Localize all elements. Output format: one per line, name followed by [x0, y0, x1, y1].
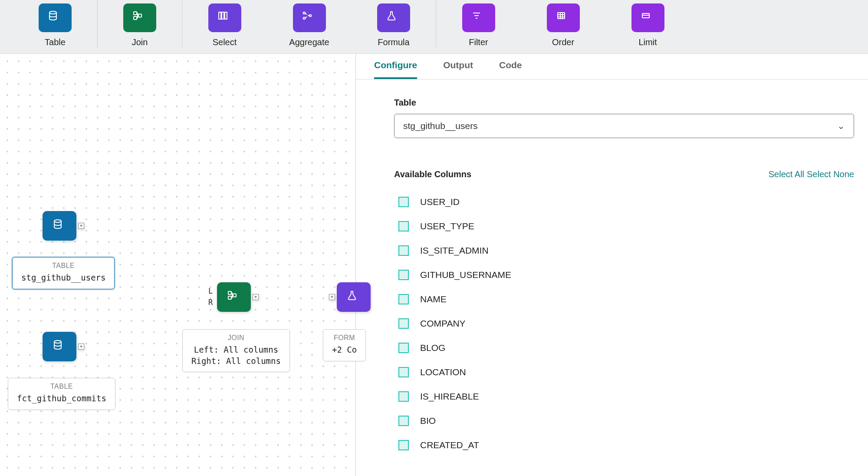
tool-label: Aggregate: [289, 37, 329, 47]
tab-output[interactable]: Output: [443, 60, 473, 79]
column-checkbox[interactable]: [398, 416, 409, 426]
table-field-label: Table: [394, 98, 868, 108]
tool-label: Join: [132, 37, 148, 47]
column-row[interactable]: CREATED_AT: [394, 433, 868, 457]
tool-join[interactable]: Join: [98, 0, 182, 47]
flask-icon: [377, 3, 410, 32]
column-name: GITHUB_USERNAME: [420, 270, 511, 280]
column-row[interactable]: IS_HIREABLE: [394, 384, 868, 409]
tool-formula[interactable]: Formula: [352, 0, 436, 47]
column-name: LOCATION: [420, 367, 466, 377]
port-out[interactable]: +: [78, 223, 84, 229]
node-join-box[interactable]: JOIN Left: All columns Right: All column…: [182, 321, 290, 372]
column-checkbox[interactable]: [398, 318, 409, 329]
tool-order[interactable]: Order: [521, 0, 605, 47]
tool-limit[interactable]: Limit: [605, 0, 690, 47]
node-body: +2 Co: [332, 344, 357, 356]
column-row[interactable]: COMPANY: [394, 311, 868, 336]
join-icon: [123, 3, 156, 32]
node-formula-box[interactable]: FORM +2 Co: [323, 321, 366, 361]
node-caption: JOIN: [191, 334, 281, 342]
port-label-right: R: [208, 298, 213, 307]
column-name: BIO: [420, 416, 436, 426]
column-row[interactable]: NAME: [394, 287, 868, 311]
column-name: IS_HIREABLE: [420, 391, 479, 402]
column-checkbox[interactable]: [398, 367, 409, 377]
node-body: Left: All columns Right: All columns: [191, 344, 281, 367]
config-panel: Configure Output Code Table stg_github__…: [356, 54, 868, 476]
port-out[interactable]: +: [253, 294, 259, 300]
column-checkbox[interactable]: [398, 294, 409, 304]
column-checkbox[interactable]: [398, 270, 409, 280]
tab-code[interactable]: Code: [499, 60, 522, 79]
available-columns-label: Available Columns: [394, 169, 471, 179]
port-label-left: L: [208, 287, 213, 295]
column-list: USER_IDUSER_TYPEIS_SITE_ADMINGITHUB_USER…: [394, 190, 868, 457]
aggregate-icon: [293, 3, 326, 32]
edges: [0, 54, 130, 119]
pipeline-canvas[interactable]: + TABLE stg_github__users + TABLE fct_gi…: [0, 54, 356, 476]
tool-table[interactable]: Table: [13, 0, 98, 47]
join-icon: L R +: [217, 282, 251, 312]
port-out[interactable]: +: [78, 344, 84, 350]
filter-icon: [462, 3, 495, 32]
tool-label: Limit: [638, 37, 657, 47]
column-row[interactable]: BIO: [394, 409, 868, 433]
tool-label: Order: [552, 37, 574, 47]
table-select[interactable]: stg_github__users ⌄: [394, 114, 854, 138]
column-checkbox[interactable]: [398, 245, 409, 256]
database-icon: +: [43, 332, 76, 361]
node-table-commits[interactable]: +: [43, 332, 76, 361]
toolbar: Table Join Select Aggregate Formula Filt…: [0, 0, 868, 54]
order-icon: [547, 3, 580, 32]
column-row[interactable]: USER_ID: [394, 190, 868, 214]
node-table-users-box[interactable]: TABLE stg_github__users: [12, 249, 115, 289]
column-row[interactable]: LOCATION: [394, 360, 868, 384]
tool-label: Table: [45, 37, 66, 47]
column-checkbox[interactable]: [398, 221, 409, 231]
tool-aggregate[interactable]: Aggregate: [267, 0, 352, 47]
tab-configure[interactable]: Configure: [374, 60, 417, 79]
column-name: CREATED_AT: [420, 440, 479, 450]
column-row[interactable]: GITHUB_USERNAME: [394, 263, 868, 287]
select-none-link[interactable]: Select None: [807, 169, 854, 179]
column-checkbox[interactable]: [398, 391, 409, 402]
tool-label: Formula: [378, 37, 409, 47]
column-name: BLOG: [420, 343, 445, 353]
node-body: fct_github_commits: [17, 393, 106, 404]
table-select-value: stg_github__users: [403, 121, 478, 131]
flask-icon: +: [337, 282, 371, 312]
column-name: COMPANY: [420, 318, 466, 329]
column-name: NAME: [420, 294, 447, 304]
database-icon: +: [43, 211, 76, 241]
column-name: USER_TYPE: [420, 221, 474, 231]
node-caption: TABLE: [17, 383, 106, 390]
column-name: USER_ID: [420, 197, 460, 207]
column-checkbox[interactable]: [398, 343, 409, 353]
node-table-users[interactable]: +: [43, 211, 76, 241]
limit-icon: [631, 3, 664, 32]
column-row[interactable]: BLOG: [394, 336, 868, 360]
node-caption: TABLE: [21, 262, 105, 270]
column-row[interactable]: USER_TYPE: [394, 214, 868, 238]
node-formula[interactable]: +: [337, 282, 371, 312]
panel-tabs: Configure Output Code: [356, 54, 868, 79]
column-checkbox[interactable]: [398, 440, 409, 450]
column-checkbox[interactable]: [398, 197, 409, 207]
column-row[interactable]: IS_SITE_ADMIN: [394, 238, 868, 263]
node-table-commits-box[interactable]: TABLE fct_github_commits: [8, 370, 115, 410]
tool-filter[interactable]: Filter: [436, 0, 521, 47]
select-links: Select All Select None: [769, 169, 854, 179]
port-in[interactable]: +: [329, 294, 335, 300]
tool-label: Select: [213, 37, 237, 47]
chevron-down-icon: ⌄: [837, 121, 845, 131]
column-name: IS_SITE_ADMIN: [420, 245, 489, 256]
node-join[interactable]: L R +: [217, 282, 251, 312]
select-all-link[interactable]: Select All: [769, 169, 804, 179]
tool-select[interactable]: Select: [182, 0, 267, 47]
node-body: stg_github__users: [21, 272, 105, 284]
node-caption: FORM: [332, 334, 357, 342]
tool-label: Filter: [469, 37, 488, 47]
select-icon: [208, 3, 241, 32]
database-icon: [39, 3, 72, 32]
